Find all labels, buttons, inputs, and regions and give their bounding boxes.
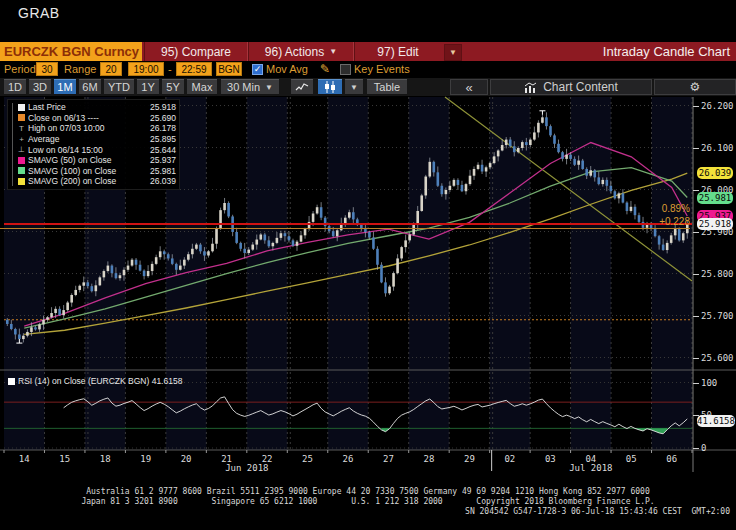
legend-label: Last Price [28, 102, 66, 112]
xaxis-day-label: 29 [454, 454, 484, 464]
yaxis-tick-dash [693, 316, 699, 317]
legend-row: Close on 06/13 ----25.690 [18, 113, 176, 124]
yaxis-tick-label: 26.100 [701, 143, 734, 153]
yaxis-tick-dash [693, 232, 699, 233]
legend-row: +Average25.895 [18, 134, 176, 145]
tab-1y[interactable]: 1Y [137, 79, 159, 95]
chart-content-label: Chart Content [543, 80, 618, 94]
chart-content-icon [524, 82, 537, 93]
chevron-down-icon: ▼ [265, 83, 273, 92]
legend-value: 25.690 [146, 113, 176, 123]
footer-phones-1: Australia 61 2 9777 8600 Brazil 5511 239… [0, 487, 736, 497]
legend-value: 25.644 [146, 145, 176, 155]
chevron-down-icon: ▼ [350, 83, 358, 92]
xaxis-day-label: 18 [90, 454, 120, 464]
line-chart-type-button[interactable] [291, 79, 313, 95]
chart-content-button[interactable]: Chart Content [490, 79, 652, 95]
xaxis-month-label: Jun 2018 [217, 463, 277, 473]
footer-phones-2: Japan 81 3 3201 8900 Singapore 65 6212 1… [0, 497, 736, 507]
rsi-legend-label: RSI (14) on Close (EURCZK BGN) 41.6158 [18, 376, 182, 386]
tab-ytd[interactable]: YTD [104, 79, 134, 95]
legend-label: Low on 06/14 15:00 [28, 145, 103, 155]
rsi-tick-label: 0 [701, 443, 706, 453]
range-toolbar: 1D 3D 1M 6M YTD 1Y 5Y Max 30 Min ▼ ▼ [0, 78, 736, 96]
legend-row: SMAVG (200) on Close26.039 [18, 176, 176, 187]
interval-dropdown[interactable]: 30 Min ▼ [221, 79, 279, 95]
actions-menu-label: 96) Actions [265, 45, 324, 59]
collapse-panel-button[interactable]: « [450, 79, 488, 95]
tab-5y[interactable]: 5Y [162, 79, 184, 95]
annotate-pencil-icon[interactable]: ✎ [320, 62, 330, 76]
xaxis-day-label: 02 [495, 454, 525, 464]
tab-1d[interactable]: 1D [4, 79, 26, 95]
interval-value: 30 Min [227, 81, 260, 93]
mov-avg-label: Mov Avg [266, 63, 308, 75]
legend-value: 25.937 [146, 155, 176, 165]
smavg100-swatch [18, 167, 25, 174]
chart-legend: Last Price25.918 Close on 06/13 ----25.6… [7, 99, 180, 190]
tab-3d[interactable]: 3D [29, 79, 51, 95]
yaxis-tick-label: 25.800 [701, 269, 734, 279]
time-separator: - [168, 63, 172, 75]
legend-label: SMAVG (50) on Close [28, 155, 111, 165]
legend-value: 26.039 [146, 176, 176, 186]
net-change-annotation: +0.228 [0, 216, 690, 229]
table-button[interactable]: Table [367, 79, 407, 95]
key-events-checkbox[interactable] [340, 64, 351, 75]
price-badge: 25.981 [697, 192, 733, 204]
settings-bar: Period 30 Range 20 19:00 - 22:59 BGN ✓ M… [0, 61, 736, 78]
time-from-input[interactable]: 19:00 [128, 62, 164, 76]
xaxis-day-label: 20 [171, 454, 201, 464]
high-marker-icon: T [18, 125, 25, 132]
xaxis-day-label: 14 [9, 454, 39, 464]
tab-6m[interactable]: 6M [79, 79, 101, 95]
rsi-legend: RSI (14) on Close (EURCZK BGN) 41.6158 [8, 376, 182, 386]
xaxis-month-label: Jul 2018 [561, 463, 621, 473]
yaxis-tick-dash [693, 358, 699, 359]
legend-label: SMAVG (100) on Close [28, 166, 116, 176]
average-marker-icon: + [18, 136, 25, 143]
prev-close-swatch [18, 114, 25, 121]
security-field[interactable]: EURCZK BGN Curncy [0, 42, 142, 61]
period-input[interactable]: 30 [36, 62, 58, 76]
rsi-tick-dash [693, 383, 699, 384]
candle-chart-type-button[interactable] [318, 79, 342, 95]
actions-menu-button[interactable]: 96) Actions ▼ [248, 42, 354, 61]
range-label: Range [64, 63, 96, 75]
legend-label: Average [28, 134, 60, 144]
chart-area[interactable]: Last Price25.918 Close on 06/13 ----25.6… [0, 96, 736, 473]
yaxis-tick-dash [693, 190, 699, 191]
gear-icon: ⚙ [690, 80, 701, 94]
source-input[interactable]: BGN [216, 62, 242, 76]
yaxis-tick-dash [693, 274, 699, 275]
chart-settings-button[interactable]: ⚙ [654, 79, 736, 95]
key-events-label: Key Events [354, 63, 410, 75]
price-badge: 26.039 [697, 167, 733, 179]
chart-type-dropdown[interactable]: ▼ [345, 79, 363, 95]
candlestick-icon [323, 81, 337, 93]
rsi-tick-dash [693, 448, 699, 449]
tab-max[interactable]: Max [187, 79, 217, 95]
chevron-down-icon: ▼ [329, 47, 337, 56]
mov-avg-checkbox[interactable]: ✓ [252, 64, 263, 75]
price-badge: 25.918 [697, 218, 733, 230]
yaxis-tick-dash [693, 106, 699, 107]
edit-menu-button[interactable]: 97) Edit [354, 42, 441, 61]
grab-label: GRAB [18, 5, 60, 21]
edit-dropdown-arrow[interactable]: ▼ [444, 44, 462, 61]
bloomberg-terminal-screen: GRAB EURCZK BGN Curncy 95) Compare 96) A… [0, 0, 736, 530]
legend-label: SMAVG (200) on Close [28, 176, 116, 186]
time-to-input[interactable]: 22:59 [176, 62, 212, 76]
range-input[interactable]: 20 [100, 62, 122, 76]
legend-row: ⊥Low on 06/14 15:0025.644 [18, 144, 176, 155]
footer-serial: SN 204542 G547-1728-3 06-Jul-18 15:43:46… [0, 507, 736, 517]
legend-value: 25.895 [146, 134, 176, 144]
compare-menu-button[interactable]: 95) Compare [144, 42, 248, 61]
yaxis-tick-dash [693, 148, 699, 149]
last-price-swatch [18, 104, 25, 111]
tab-1m[interactable]: 1M [54, 79, 76, 95]
xaxis-day-label: 19 [131, 454, 161, 464]
xaxis-day-label: 15 [50, 454, 80, 464]
legend-row: THigh on 07/03 10:0026.178 [18, 123, 176, 134]
xaxis-day-label: 27 [373, 454, 403, 464]
